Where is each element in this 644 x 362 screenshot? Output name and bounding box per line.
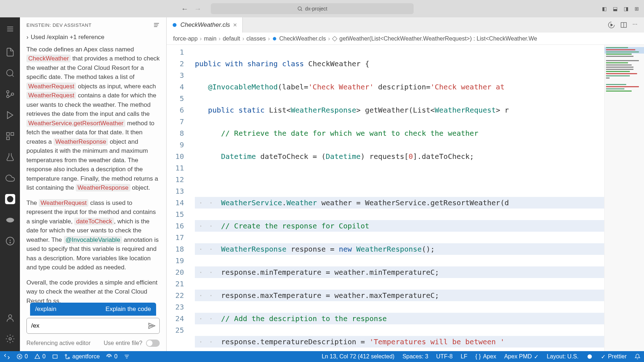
svg-point-41 — [587, 354, 592, 359]
layout-sidebar-right-icon[interactable]: ◨ — [622, 6, 630, 12]
editor-tab-checkweather[interactable]: CheckWeather.cls ✕ — [167, 17, 243, 33]
branch-indicator[interactable]: agentforce — [64, 353, 100, 360]
tab-bar: CheckWeather.cls ✕ ⋯ — [167, 17, 644, 33]
svg-marker-10 — [7, 111, 13, 119]
code-ref: WeatherRequest — [26, 83, 76, 90]
filter-icon[interactable] — [124, 354, 130, 359]
autocomplete-description: Explain the code — [105, 306, 151, 313]
svg-rect-13 — [7, 137, 9, 140]
breadcrumb-part[interactable]: force-app — [173, 35, 198, 42]
svg-point-29 — [273, 37, 276, 40]
breadcrumb-part[interactable]: default — [223, 35, 240, 42]
svg-point-14 — [7, 196, 13, 202]
breadcrumb-part[interactable]: CheckWeather.cls — [279, 35, 326, 42]
settings-gear-icon[interactable] — [5, 334, 15, 344]
svg-point-8 — [7, 95, 9, 98]
command-center-search[interactable]: dx-project — [211, 3, 414, 14]
prettier-status[interactable]: ✓ Prettier — [601, 353, 627, 360]
code-content[interactable]: public with sharing class CheckWeather {… — [195, 45, 604, 351]
layout-panel-icon[interactable]: ⬓ — [611, 6, 619, 12]
issues-icon[interactable] — [5, 236, 15, 246]
encoding[interactable]: UTF-8 — [436, 353, 452, 360]
entire-file-toggle[interactable] — [146, 340, 160, 347]
accounts-icon[interactable] — [5, 313, 15, 323]
send-icon[interactable] — [148, 322, 155, 329]
svg-line-6 — [12, 75, 14, 77]
svg-point-35 — [65, 354, 67, 356]
search-icon[interactable] — [5, 68, 15, 78]
activity-bar — [0, 17, 20, 351]
svg-point-20 — [9, 338, 11, 340]
svg-point-9 — [11, 93, 14, 96]
cloud-icon[interactable] — [5, 173, 15, 183]
title-bar: ← → dx-project ◧ ⬓ ◨ ⊞ — [0, 0, 644, 17]
back-button[interactable]: ← — [181, 5, 188, 13]
svg-rect-12 — [11, 132, 14, 135]
radio-indicator[interactable]: 0 — [106, 353, 117, 360]
terminal-icon[interactable] — [52, 354, 58, 359]
svg-line-1 — [301, 10, 302, 11]
svg-point-0 — [298, 7, 301, 10]
einstein-icon[interactable] — [5, 194, 15, 204]
editor: CheckWeather.cls ✕ ⋯ force-app› main› de… — [167, 17, 644, 351]
explorer-icon[interactable] — [5, 47, 15, 57]
language-mode[interactable]: { } Apex — [475, 353, 496, 360]
play-icon[interactable] — [608, 21, 615, 29]
sidebar-header: EINSTEIN: DEV ASSISTANT — [20, 17, 166, 33]
code-ref: WeatherRequest — [39, 199, 88, 207]
problems-warnings[interactable]: 0 — [34, 353, 46, 360]
split-editor-icon[interactable] — [620, 21, 627, 29]
apex-pmd[interactable]: Apex PMD ✓ — [504, 353, 539, 360]
problems-errors[interactable]: 0 — [17, 353, 28, 360]
code-ref: WeatherResponse — [76, 184, 130, 191]
reference-text: Used /explain +1 reference — [31, 33, 105, 42]
menu-icon[interactable] — [5, 24, 15, 34]
customize-layout-icon[interactable]: ⊞ — [633, 6, 640, 12]
svg-marker-24 — [149, 323, 155, 329]
keyboard-layout[interactable]: Layout: U.S. — [547, 353, 578, 360]
code-ref: WeatherResponse — [54, 138, 108, 146]
code-ref: WeatherRequest — [26, 92, 76, 99]
code-ref: dateToCheck — [74, 218, 114, 225]
minimap[interactable] — [604, 45, 644, 351]
run-debug-icon[interactable] — [5, 110, 15, 120]
notifications-bell-icon[interactable] — [635, 354, 640, 359]
indentation[interactable]: Spaces: 3 — [402, 353, 428, 360]
svg-point-37 — [109, 356, 110, 357]
salesforce-icon[interactable] — [5, 215, 15, 225]
search-icon — [297, 6, 303, 12]
svg-point-18 — [9, 242, 10, 243]
layout-sidebar-left-icon[interactable]: ◧ — [601, 6, 608, 12]
breadcrumb-part[interactable]: classes — [246, 35, 265, 42]
breadcrumb-part[interactable]: main — [204, 35, 217, 42]
eol[interactable]: LF — [461, 353, 468, 360]
extensions-icon[interactable] — [5, 131, 15, 141]
test-icon[interactable] — [5, 152, 15, 162]
chat-input[interactable] — [26, 318, 160, 334]
close-tab-icon[interactable]: ✕ — [233, 22, 237, 28]
breadcrumb-part[interactable]: getWeather(List<CheckWeather.WeatherRequ… — [339, 35, 537, 42]
remote-indicator[interactable] — [4, 353, 10, 360]
autocomplete-suggestion[interactable]: /explain Explain the code — [30, 303, 156, 316]
svg-point-36 — [68, 357, 70, 359]
assistant-response: › Used /explain +1 reference The code de… — [20, 33, 166, 316]
code-ref: CheckWeather — [26, 55, 71, 62]
history-icon[interactable] — [153, 22, 160, 28]
status-bar: 0 0 agentforce 0 Ln 13, Col 72 (412 sele… — [0, 351, 644, 362]
copilot-icon[interactable] — [586, 353, 593, 360]
forward-button[interactable]: → — [194, 5, 201, 13]
svg-point-5 — [7, 70, 13, 76]
autocomplete-command: /explain — [35, 306, 57, 313]
file-icon — [272, 36, 277, 41]
svg-marker-26 — [611, 24, 612, 26]
reference-row[interactable]: › Used /explain +1 reference — [26, 33, 160, 42]
source-control-icon[interactable] — [5, 89, 15, 99]
cursor-position[interactable]: Ln 13, Col 72 (412 selected) — [322, 353, 394, 360]
sidebar-title: EINSTEIN: DEV ASSISTANT — [26, 22, 92, 28]
svg-rect-30 — [332, 36, 337, 41]
more-actions-icon[interactable]: ⋯ — [632, 21, 637, 29]
chevron-right-icon: › — [26, 33, 29, 42]
line-gutter: 12345 678910 1112131415 1617181920 21222… — [167, 45, 195, 351]
referencing-label: Referencing active editor — [26, 340, 91, 346]
breadcrumb[interactable]: force-app› main› default› classes› Check… — [167, 33, 644, 45]
